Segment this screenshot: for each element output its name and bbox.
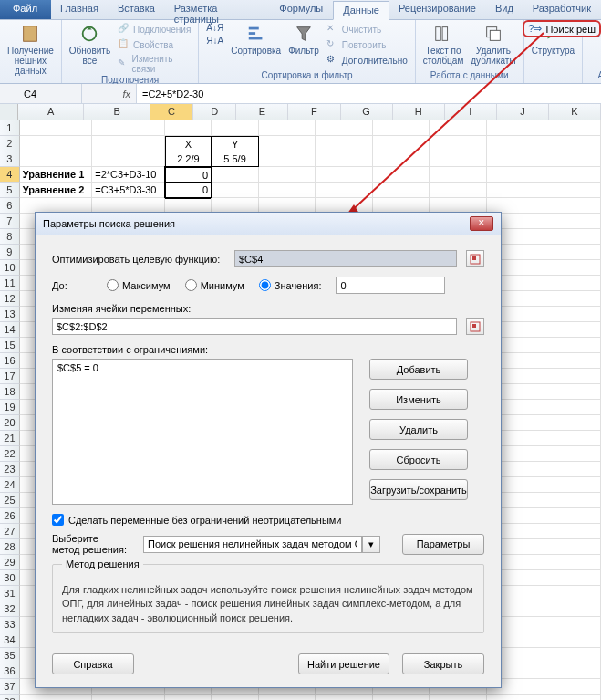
cell[interactable] — [544, 369, 601, 384]
row-header[interactable]: 32 — [0, 601, 20, 617]
cell[interactable] — [316, 183, 373, 198]
cell[interactable] — [487, 695, 544, 700]
solve-button[interactable]: Найти решение — [298, 653, 389, 674]
row-header[interactable]: 5 — [0, 183, 20, 198]
cell[interactable] — [544, 322, 601, 338]
cell[interactable] — [316, 151, 373, 167]
cell[interactable] — [487, 120, 544, 136]
row-header[interactable]: 2 — [0, 136, 20, 151]
value-radio[interactable]: Значения: — [259, 279, 322, 291]
tab-layout[interactable]: Разметка страницы — [165, 0, 271, 19]
options-button[interactable]: Параметры — [402, 534, 484, 555]
cell[interactable] — [544, 601, 601, 617]
row-header[interactable]: 15 — [0, 338, 20, 353]
cell[interactable] — [544, 307, 601, 322]
row-header[interactable]: 22 — [0, 446, 20, 462]
cell[interactable] — [544, 151, 601, 167]
cell[interactable] — [544, 648, 601, 663]
row-header[interactable]: 16 — [0, 353, 20, 369]
cell[interactable]: 5 5/9 — [212, 151, 259, 167]
cell[interactable] — [544, 508, 601, 524]
col-header[interactable]: K — [549, 104, 601, 120]
ref-picker-button[interactable] — [466, 318, 484, 335]
select-all-corner[interactable] — [0, 104, 18, 120]
cell[interactable] — [20, 136, 92, 151]
cell[interactable] — [259, 695, 316, 700]
cell[interactable] — [259, 120, 316, 136]
row-header[interactable]: 3 — [0, 151, 20, 167]
row-header[interactable]: 11 — [0, 276, 20, 291]
cell[interactable] — [544, 415, 601, 431]
cell[interactable] — [316, 695, 373, 700]
col-header[interactable]: G — [341, 104, 393, 120]
cell[interactable] — [544, 338, 601, 353]
dialog-titlebar[interactable]: Параметры поиска решения ✕ — [36, 213, 501, 235]
name-box[interactable]: C4 — [0, 84, 82, 103]
tab-home[interactable]: Главная — [51, 0, 109, 19]
cell[interactable] — [544, 245, 601, 260]
row-header[interactable]: 38 — [0, 695, 20, 700]
cell[interactable]: 2 2/9 — [165, 151, 212, 167]
cell[interactable] — [373, 120, 430, 136]
cell[interactable] — [544, 291, 601, 307]
remove-duplicates-button[interactable]: Удалить дубликаты — [469, 22, 517, 68]
cell[interactable] — [430, 151, 487, 167]
row-header[interactable]: 28 — [0, 539, 20, 555]
cell[interactable] — [92, 151, 164, 167]
cell[interactable] — [430, 136, 487, 151]
row-header[interactable]: 29 — [0, 555, 20, 570]
cell[interactable] — [20, 151, 92, 167]
row-header[interactable]: 17 — [0, 369, 20, 384]
cell[interactable] — [544, 663, 601, 679]
row-header[interactable]: 35 — [0, 648, 20, 663]
cell[interactable] — [544, 260, 601, 276]
row-header[interactable]: 37 — [0, 679, 20, 695]
row-header[interactable]: 36 — [0, 663, 20, 679]
cell[interactable] — [544, 214, 601, 229]
tab-view[interactable]: Вид — [486, 0, 523, 19]
row-header[interactable]: 9 — [0, 245, 20, 260]
cell[interactable] — [316, 136, 373, 151]
cell[interactable] — [544, 431, 601, 446]
row-header[interactable]: 18 — [0, 384, 20, 400]
cell[interactable] — [20, 695, 92, 700]
cell[interactable] — [487, 167, 544, 183]
row-header[interactable]: 25 — [0, 493, 20, 508]
row-header[interactable]: 31 — [0, 586, 20, 601]
cell[interactable] — [487, 151, 544, 167]
cell[interactable] — [544, 400, 601, 415]
row-header[interactable]: 30 — [0, 570, 20, 586]
value-of-input[interactable] — [336, 277, 445, 294]
row-header[interactable]: 21 — [0, 431, 20, 446]
cell[interactable] — [544, 493, 601, 508]
row-header[interactable]: 26 — [0, 508, 20, 524]
row-header[interactable]: 10 — [0, 260, 20, 276]
cell[interactable] — [544, 524, 601, 539]
row-header[interactable]: 13 — [0, 307, 20, 322]
cell[interactable]: Уравнение 2 — [20, 183, 92, 198]
solver-button[interactable]: ?⇒ Поиск реш — [523, 20, 601, 37]
cell[interactable] — [544, 539, 601, 555]
tab-review[interactable]: Рецензирование — [389, 0, 486, 19]
cell[interactable] — [544, 462, 601, 477]
col-header[interactable]: B — [84, 104, 150, 120]
cell[interactable] — [544, 695, 601, 700]
cell[interactable] — [316, 167, 373, 183]
row-header[interactable]: 14 — [0, 322, 20, 338]
cell[interactable] — [544, 198, 601, 214]
nonneg-checkbox[interactable]: Сделать переменные без ограничений неотр… — [52, 514, 484, 526]
get-external-data-button[interactable]: Получение нешних данных — [5, 22, 56, 78]
changing-cells-input[interactable] — [52, 318, 457, 335]
reapply-button[interactable]: ↻Повторить — [325, 37, 409, 52]
row-header[interactable]: 27 — [0, 524, 20, 539]
properties-button[interactable]: 📋Свойства — [116, 37, 192, 52]
cell[interactable] — [373, 136, 430, 151]
cell[interactable] — [373, 695, 430, 700]
cell[interactable] — [544, 120, 601, 136]
cell[interactable] — [259, 167, 316, 183]
cell[interactable] — [20, 120, 92, 136]
row-header[interactable]: 33 — [0, 617, 20, 632]
load-save-button[interactable]: Загрузить/сохранить — [369, 479, 468, 500]
cell[interactable] — [544, 555, 601, 570]
row-header[interactable]: 24 — [0, 477, 20, 493]
